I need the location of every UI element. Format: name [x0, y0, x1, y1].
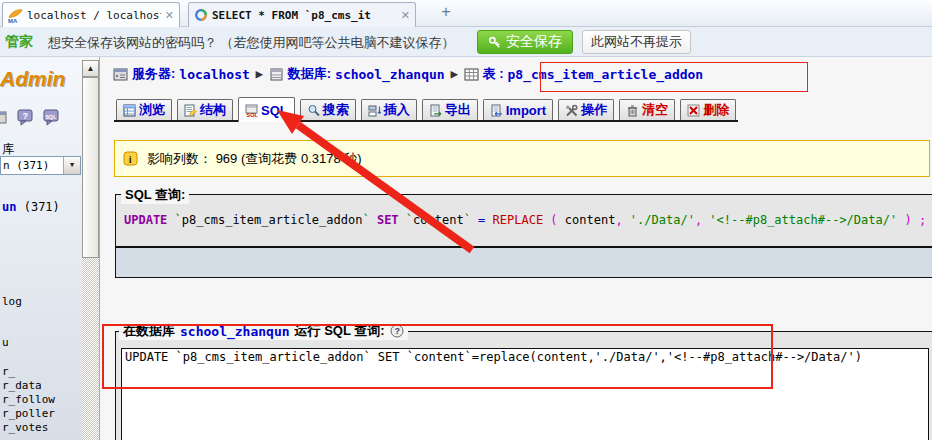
sidebar-scrollbar[interactable]: ▲ [82, 60, 99, 440]
browser-tab-query[interactable]: SELECT * FROM `p8_cms_it ✕ [188, 2, 416, 27]
database-value: school_zhanqun [335, 67, 445, 82]
tab-structure[interactable]: 结构 [177, 99, 233, 120]
table-label: 表 : [483, 65, 504, 83]
chevron-down-icon[interactable]: ▼ [63, 157, 80, 174]
tab-label: Import [506, 103, 546, 118]
sql-token: './Data/' [630, 213, 695, 227]
breadcrumb-separator: ▶ [256, 69, 263, 79]
run-database-link[interactable]: school_zhanqun [180, 324, 290, 339]
breadcrumb-database-link[interactable]: 数据库: school_zhanqun [269, 65, 445, 83]
sidebar-table-item[interactable]: r_data [2, 379, 55, 393]
sidebar-table-item[interactable]: u [2, 336, 55, 350]
tab-browse[interactable]: 浏览 [116, 99, 172, 120]
navigation-sidebar: Admin ? SQL 库 n (371) ▼ un (371) logur_r… [0, 57, 82, 440]
phpmyadmin-logo: Admin [0, 67, 65, 91]
tab-operations[interactable]: 操作 [558, 99, 614, 120]
sql-token [399, 213, 406, 227]
tab-import[interactable]: Import [483, 99, 553, 120]
breadcrumb-table-link[interactable]: 表 : p8_cms_item_article_addon [464, 65, 704, 83]
sql-token: = [471, 213, 493, 227]
scrollbar-up-button[interactable]: ▲ [82, 60, 99, 77]
query-result-notice: i 影响列数： 969 (查询花费 0.3178 秒) [114, 140, 930, 177]
database-select-value: n (371) [3, 159, 49, 172]
dismiss-site-button[interactable]: 此网站不再提示 [582, 30, 691, 54]
secure-save-button[interactable]: 安全保存 [477, 30, 573, 54]
table-value: p8_cms_item_article_addon [508, 67, 704, 82]
server-label: 服务器: [132, 65, 175, 83]
sidebar-table-item[interactable]: log [2, 295, 55, 309]
tab-label: 搜索 [323, 101, 349, 119]
sql-token: p8_cms_item_article_addon [182, 213, 363, 227]
tab-label: 清空 [642, 101, 668, 119]
tab-label: SQL [261, 103, 288, 118]
database-label: 数据库: [288, 65, 331, 83]
sql-token: , [695, 213, 709, 227]
tab-search[interactable]: 搜索 [300, 99, 356, 120]
partial-window-icon[interactable] [0, 110, 8, 126]
help-bubble-icon[interactable]: ? [17, 109, 34, 126]
sql-query-textarea[interactable]: UPDATE `p8_cms_item_article_addon` SET `… [121, 348, 929, 440]
browser-tab-title: SELECT * FROM `p8_cms_it [212, 9, 397, 22]
key-icon [488, 35, 502, 49]
run-sql-legend: 在数据库 school_zhanqun 运行 SQL 查询: ? [119, 322, 408, 340]
sql-token: REPLACE [493, 213, 544, 227]
info-icon: i [123, 151, 138, 166]
import-icon [490, 104, 503, 117]
sql-query-legend: SQL 查询: [121, 186, 189, 204]
close-icon[interactable]: ✕ [401, 9, 410, 22]
scrollbar-track[interactable] [82, 258, 99, 440]
password-save-message: 想安全保存该网站的密码吗？ （若您使用网吧等公共电脑不建议保存） [48, 34, 455, 52]
sidebar-table-item[interactable]: r_votes [2, 421, 55, 435]
browser-tab-localhost[interactable]: MA localhost / localhost / scho ✕ [2, 2, 180, 27]
run-sql-fieldset: 在数据库 school_zhanqun 运行 SQL 查询: ? UPDATE … [115, 331, 932, 440]
empty-icon [626, 104, 639, 117]
svg-text:?: ? [394, 326, 400, 336]
run-legend-suffix: 运行 SQL 查询: [295, 322, 385, 340]
sidebar-table-item[interactable]: r_ [2, 365, 55, 379]
browser-tab-bar: MA localhost / localhost / scho ✕ SELECT… [0, 0, 932, 27]
close-icon[interactable]: ✕ [165, 9, 174, 22]
sql-token: ` [362, 213, 369, 227]
svg-text:SQL: SQL [45, 114, 57, 120]
scrollbar-thumb[interactable] [82, 77, 99, 258]
sql-token: '<!--#p8_attach#-->/Data/' [709, 213, 897, 227]
breadcrumb-separator: ▶ [451, 69, 458, 79]
server-value: localhost [179, 67, 249, 82]
export-icon [429, 104, 442, 117]
database-select[interactable]: n (371) ▼ [0, 156, 81, 175]
server-icon [113, 67, 128, 82]
sidebar-table-item[interactable]: r_follow [2, 393, 55, 407]
sidebar-database-link[interactable]: un (371) [2, 200, 60, 214]
sql-token: UPDATE [124, 213, 175, 227]
sidebar-table-item[interactable]: r_poller [2, 407, 55, 421]
svg-text:i: i [129, 154, 132, 165]
insert-icon [368, 104, 381, 117]
tab-sql[interactable]: SQLSQL [238, 97, 295, 122]
help-icon[interactable]: ? [390, 324, 404, 338]
pma-tab-strip: 浏览结构SQLSQL搜索插入导出Import操作清空删除 [114, 97, 738, 122]
tab-label: 浏览 [139, 101, 165, 119]
query-timing: (查询花费 0.3178 秒) [241, 151, 362, 166]
new-tab-button[interactable]: + [434, 2, 458, 22]
database-link-name: un [2, 200, 16, 214]
tab-drop[interactable]: 删除 [680, 99, 736, 120]
database-icon [269, 67, 284, 82]
dismiss-site-label: 此网站不再提示 [591, 33, 682, 51]
sql-token: ` [464, 213, 471, 227]
affected-rows-value: 969 [216, 151, 238, 166]
sql-token [370, 213, 377, 227]
browse-icon [123, 104, 136, 117]
sql-token: ; [919, 213, 925, 227]
sql-window-icon[interactable]: SQL [43, 109, 60, 126]
drop-icon [687, 104, 700, 117]
tab-empty[interactable]: 清空 [619, 99, 675, 120]
tab-export[interactable]: 导出 [422, 99, 478, 120]
tab-insert[interactable]: 插入 [361, 99, 417, 120]
password-manager-badge: 管家 [5, 33, 33, 51]
breadcrumb: 服务器: localhost ▶ 数据库: school_zhanqun ▶ 表… [113, 65, 703, 83]
structure-icon [184, 104, 197, 117]
sql-token: ( [543, 213, 565, 227]
sql-token: , [615, 213, 629, 227]
breadcrumb-server-link[interactable]: 服务器: localhost [113, 65, 250, 83]
table-icon [464, 67, 479, 82]
